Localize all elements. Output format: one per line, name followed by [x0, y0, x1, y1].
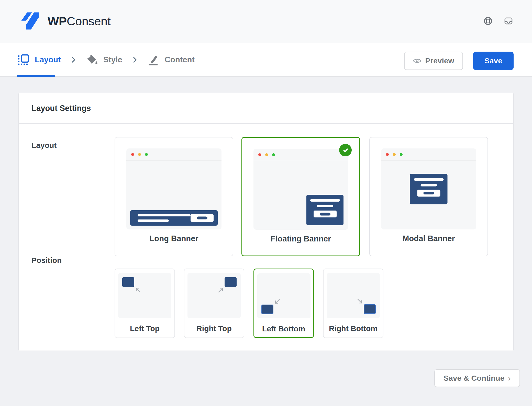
browser-mockup: [253, 149, 348, 230]
position-preview-box: [257, 273, 311, 318]
save-continue-button[interactable]: Save & Continue ›: [434, 369, 520, 387]
banner-position-rect: [122, 277, 134, 287]
traffic-dot-green: [145, 153, 148, 156]
position-option-right-top[interactable]: Right Top: [184, 269, 244, 338]
traffic-dot-green: [400, 153, 403, 156]
arrow-up-left-icon: [135, 286, 141, 293]
banner-button-pill: [197, 217, 207, 219]
banner-button-pill: [423, 192, 434, 194]
position-option-right-bottom[interactable]: Right Bottom: [323, 269, 383, 338]
panel-title: Layout Settings: [31, 104, 91, 113]
banner-accept-button-shape: [191, 214, 214, 222]
tab-content[interactable]: Content: [147, 54, 195, 66]
long-banner-preview: [130, 210, 218, 226]
banner-accept-button-shape: [417, 190, 440, 196]
eye-icon: [413, 58, 422, 64]
banner-text-line: [317, 205, 333, 207]
brand-name-light: Consent: [67, 14, 111, 28]
chevron-right-icon: [71, 55, 76, 64]
banner-button-pill: [320, 213, 330, 215]
traffic-dot-yellow: [265, 153, 268, 156]
banner-text-line: [138, 214, 191, 216]
layout-option-long-banner[interactable]: Long Banner: [115, 137, 233, 256]
position-option-label: Left Bottom: [254, 324, 313, 333]
globe-icon[interactable]: [483, 16, 493, 26]
banner-text-line: [420, 184, 437, 186]
banner-text-line: [414, 178, 444, 181]
brand-name: WPConsent: [48, 14, 110, 28]
position-option-left-top[interactable]: Left Top: [115, 269, 175, 338]
save-button[interactable]: Save: [473, 52, 514, 70]
brand-name-bold: WP: [48, 14, 67, 28]
layout-option-label: Modal Banner: [370, 234, 487, 243]
preview-button-label: Preview: [425, 56, 454, 65]
app-header: WPConsent: [0, 0, 532, 43]
chevron-right-icon: [132, 55, 138, 64]
tab-style[interactable]: Style: [86, 54, 122, 66]
traffic-dot-green: [272, 153, 275, 156]
banner-position-rect: [364, 304, 376, 314]
layout-row-label: Layout: [31, 141, 57, 150]
browser-titlebar: [253, 149, 348, 161]
position-preview-box: [187, 273, 241, 318]
browser-mockup: [381, 148, 476, 229]
position-option-label: Right Bottom: [324, 324, 383, 333]
inbox-tray-icon[interactable]: [504, 16, 513, 26]
tab-layout-label: Layout: [35, 55, 61, 64]
browser-titlebar: [381, 148, 476, 161]
save-continue-label: Save & Continue: [444, 374, 504, 382]
traffic-dot-red: [258, 153, 261, 156]
position-option-label: Left Top: [115, 324, 174, 333]
panel-header: Layout Settings: [19, 93, 513, 124]
position-option-label: Right Top: [184, 324, 244, 333]
position-option-left-bottom[interactable]: Left Bottom: [253, 269, 314, 338]
paint-bucket-icon: [86, 54, 98, 66]
active-tab-underline: [17, 75, 55, 77]
brand-logo: WPConsent: [18, 10, 110, 32]
browser-mockup: [126, 148, 221, 229]
layout-settings-panel: Layout Settings Layout Long Banner: [18, 93, 514, 351]
floating-banner-preview: [306, 195, 343, 225]
banner-text-line: [138, 219, 169, 222]
tab-layout[interactable]: Layout: [18, 54, 61, 65]
traffic-dot-red: [386, 153, 389, 156]
traffic-dot-yellow: [138, 153, 141, 156]
layout-option-label: Floating Banner: [242, 234, 359, 243]
preview-button[interactable]: Preview: [404, 52, 463, 70]
traffic-dot-yellow: [393, 153, 396, 156]
layout-icon: [18, 54, 29, 65]
banner-text-line: [310, 199, 340, 202]
arrow-up-right-icon: [217, 286, 224, 293]
arrow-down-left-icon: [274, 298, 281, 305]
position-preview-box: [327, 273, 380, 318]
tab-content-label: Content: [165, 55, 195, 64]
wizard-tab-bar: Layout Style Content: [0, 43, 532, 77]
layout-option-label: Long Banner: [115, 234, 233, 243]
selected-check-icon: [339, 144, 352, 156]
layout-option-modal-banner[interactable]: Modal Banner: [369, 137, 488, 256]
position-preview-box: [118, 273, 171, 318]
tab-style-label: Style: [103, 55, 122, 64]
save-button-label: Save: [484, 56, 502, 65]
banner-position-rect: [225, 277, 237, 287]
chevron-right-icon: ›: [508, 374, 511, 382]
banner-accept-button-shape: [314, 211, 337, 217]
browser-titlebar: [126, 148, 221, 161]
traffic-dot-red: [131, 153, 134, 156]
pencil-icon: [147, 54, 159, 66]
position-row-label: Position: [31, 256, 62, 265]
layout-option-floating-banner[interactable]: Floating Banner: [241, 137, 360, 256]
banner-position-rect: [261, 305, 273, 314]
modal-banner-preview: [410, 174, 448, 204]
arrow-down-right-icon: [357, 298, 363, 305]
wpconsent-logo-icon: [18, 10, 42, 32]
